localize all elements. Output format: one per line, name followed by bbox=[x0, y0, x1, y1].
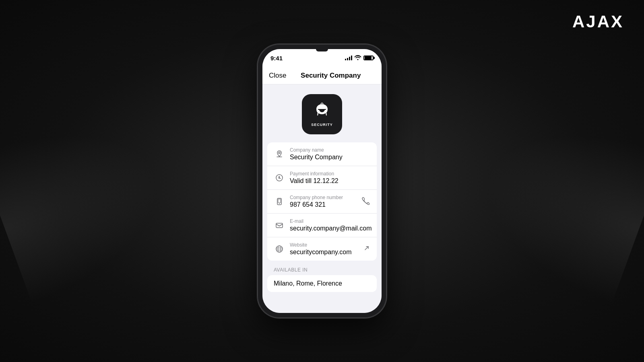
company-logo: SECURITY bbox=[302, 94, 342, 134]
website-content: Website securitycompany.com bbox=[290, 242, 360, 256]
company-name-label: Company name bbox=[290, 147, 370, 153]
email-row[interactable]: E-mail security.company@mail.com bbox=[267, 214, 377, 237]
status-time: 9:41 bbox=[270, 55, 283, 62]
website-icon bbox=[274, 243, 285, 255]
call-action-icon[interactable] bbox=[361, 196, 370, 207]
signal-icon bbox=[345, 56, 352, 60]
ajax-logo: AJAX bbox=[572, 12, 624, 31]
close-button[interactable]: Close bbox=[269, 72, 286, 80]
svg-rect-5 bbox=[278, 199, 281, 203]
security-logo-label: SECURITY bbox=[311, 123, 333, 127]
helmet-icon bbox=[312, 102, 332, 121]
phone-content: Company phone number 987 654 321 bbox=[290, 195, 358, 208]
content-area[interactable]: SECURITY bbox=[262, 84, 382, 313]
page-title: Security Company bbox=[286, 72, 375, 80]
phone-label: Company phone number bbox=[290, 195, 358, 200]
svg-point-1 bbox=[279, 152, 280, 154]
website-row[interactable]: Website securitycompany.com bbox=[267, 237, 377, 261]
status-bar: 9:41 bbox=[262, 49, 382, 67]
email-icon bbox=[274, 220, 285, 231]
info-section: Company name Security Company $ bbox=[267, 142, 377, 261]
email-content: E-mail security.company@mail.com bbox=[290, 218, 372, 232]
navigation-bar: Close Security Company bbox=[262, 67, 382, 84]
battery-fill bbox=[365, 56, 372, 60]
email-label: E-mail bbox=[290, 218, 372, 224]
website-value: securitycompany.com bbox=[290, 249, 360, 256]
wifi-icon bbox=[355, 55, 361, 61]
phone-row[interactable]: Company phone number 987 654 321 bbox=[267, 190, 377, 214]
available-header: AVAILABLE IN bbox=[262, 264, 382, 275]
battery-icon bbox=[363, 56, 374, 60]
company-name-content: Company name Security Company bbox=[290, 147, 370, 161]
payment-value: Valid till 12.12.22 bbox=[290, 177, 370, 185]
status-icons bbox=[345, 55, 374, 61]
website-label: Website bbox=[290, 242, 360, 248]
svg-text:$: $ bbox=[278, 176, 280, 179]
email-value: security.company@mail.com bbox=[290, 225, 372, 232]
logo-section: SECURITY bbox=[262, 84, 382, 142]
payment-label: Payment information bbox=[290, 171, 370, 177]
cities-row: Milano, Rome, Florence bbox=[267, 275, 377, 292]
website-action-icon[interactable] bbox=[363, 245, 370, 254]
svg-rect-7 bbox=[276, 223, 283, 228]
svg-point-6 bbox=[279, 203, 280, 204]
phone-value: 987 654 321 bbox=[290, 201, 358, 208]
payment-row: $ Payment information Valid till 12.12.2… bbox=[267, 166, 377, 190]
company-name-icon bbox=[274, 148, 285, 160]
phone-screen: 9:41 bbox=[262, 49, 382, 313]
company-name-value: Security Company bbox=[290, 154, 370, 161]
payment-content: Payment information Valid till 12.12.22 bbox=[290, 171, 370, 185]
phone-field-icon bbox=[274, 196, 285, 207]
payment-icon: $ bbox=[274, 172, 285, 183]
cities-value: Milano, Rome, Florence bbox=[274, 280, 342, 287]
phone-mockup: 9:41 bbox=[258, 44, 386, 318]
notch bbox=[316, 49, 328, 51]
available-cities-card: Milano, Rome, Florence bbox=[267, 275, 377, 292]
svg-rect-0 bbox=[318, 109, 326, 110]
phone-frame: 9:41 bbox=[258, 44, 386, 318]
company-name-row: Company name Security Company bbox=[267, 142, 377, 166]
available-section: AVAILABLE IN Milano, Rome, Florence bbox=[262, 264, 382, 292]
